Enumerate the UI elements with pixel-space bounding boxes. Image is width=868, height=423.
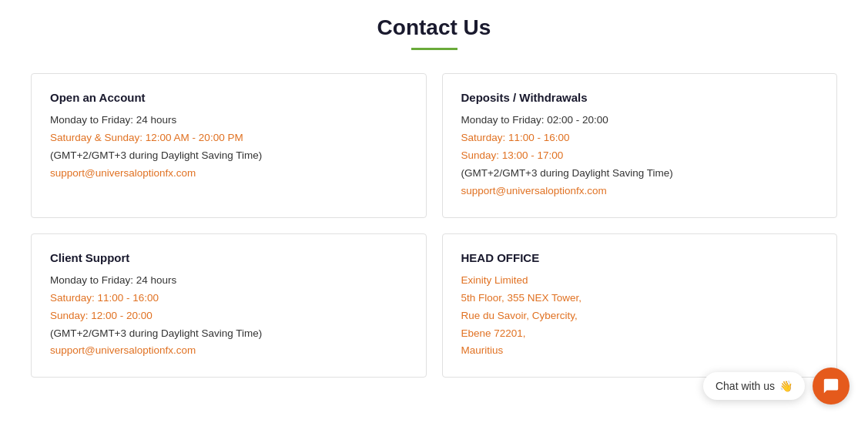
- chat-bubble-text: Chat with us: [716, 380, 775, 392]
- chat-button[interactable]: [813, 368, 850, 405]
- card-line-client-support-4[interactable]: support@universaloptionfx.com: [50, 342, 407, 360]
- title-underline: [411, 48, 457, 50]
- chat-widget: Chat with us 👋: [703, 368, 850, 405]
- card-line-deposits-withdrawals-1: Saturday: 11:00 - 16:00: [461, 129, 819, 147]
- card-open-account: Open an AccountMonday to Friday: 24 hour…: [31, 73, 427, 218]
- card-line-open-account-2: (GMT+2/GMT+3 during Daylight Saving Time…: [50, 147, 407, 165]
- card-line-deposits-withdrawals-2: Sunday: 13:00 - 17:00: [461, 147, 819, 165]
- card-title-open-account: Open an Account: [50, 91, 407, 104]
- card-line-client-support-3: (GMT+2/GMT+3 during Daylight Saving Time…: [50, 325, 407, 343]
- page-title: Contact Us: [31, 15, 837, 40]
- card-deposits-withdrawals: Deposits / WithdrawalsMonday to Friday: …: [442, 73, 838, 218]
- title-section: Contact Us: [31, 15, 837, 50]
- card-title-head-office: HEAD OFFICE: [461, 251, 819, 264]
- cards-grid: Open an AccountMonday to Friday: 24 hour…: [31, 73, 837, 378]
- card-line-open-account-1: Saturday & Sunday: 12:00 AM - 20:00 PM: [50, 129, 407, 147]
- card-line-deposits-withdrawals-4[interactable]: support@universaloptionfx.com: [461, 183, 819, 200]
- chat-icon: [823, 378, 840, 394]
- card-line-deposits-withdrawals-0: Monday to Friday: 02:00 - 20:00: [461, 112, 819, 129]
- card-title-deposits-withdrawals: Deposits / Withdrawals: [461, 91, 819, 104]
- card-line-client-support-1: Saturday: 11:00 - 16:00: [50, 290, 407, 307]
- card-line-open-account-0: Monday to Friday: 24 hours: [50, 112, 407, 129]
- card-line-deposits-withdrawals-3: (GMT+2/GMT+3 during Daylight Saving Time…: [461, 165, 819, 183]
- chat-bubble-emoji: 👋: [779, 380, 793, 392]
- card-client-support: Client SupportMonday to Friday: 24 hours…: [31, 233, 427, 378]
- page-container: Contact Us Open an AccountMonday to Frid…: [0, 0, 868, 408]
- card-line-client-support-0: Monday to Friday: 24 hours: [50, 272, 407, 290]
- card-line-head-office-2[interactable]: Rue du Savoir, Cybercity,: [461, 307, 819, 325]
- card-line-head-office-0[interactable]: Exinity Limited: [461, 272, 819, 290]
- card-title-client-support: Client Support: [50, 251, 407, 264]
- card-line-head-office-1[interactable]: 5th Floor, 355 NEX Tower,: [461, 290, 819, 307]
- chat-bubble[interactable]: Chat with us 👋: [703, 372, 805, 400]
- card-line-head-office-4[interactable]: Mauritius: [461, 342, 819, 360]
- card-line-client-support-2: Sunday: 12:00 - 20:00: [50, 307, 407, 325]
- card-line-head-office-3[interactable]: Ebene 72201,: [461, 325, 819, 343]
- card-line-open-account-3[interactable]: support@universaloptionfx.com: [50, 165, 407, 183]
- card-head-office: HEAD OFFICEExinity Limited5th Floor, 355…: [442, 233, 838, 378]
